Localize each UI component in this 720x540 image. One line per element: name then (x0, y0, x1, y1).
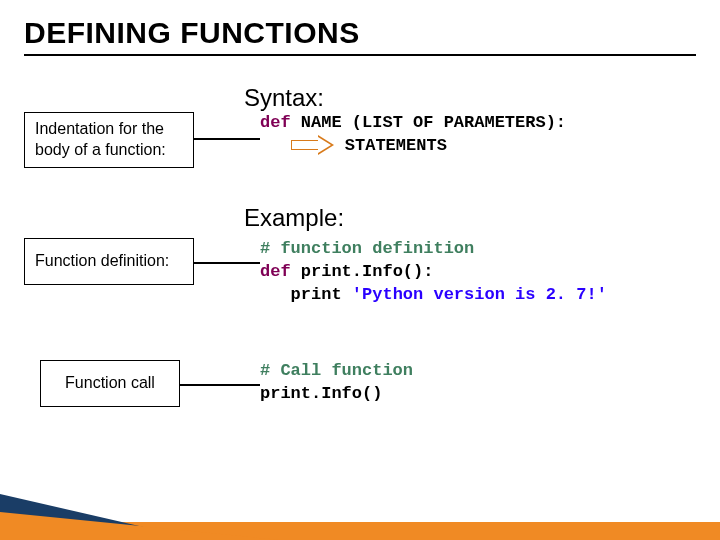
example-def-code: # function definition def print.Info(): … (260, 238, 720, 307)
connector-line (180, 384, 260, 386)
connector-line (194, 262, 260, 264)
code-comment: # function definition (260, 239, 474, 258)
callout-indentation: Indentation for the body of a function: (24, 112, 194, 168)
code-text: STATEMENTS (345, 136, 447, 155)
example-call-code: # Call function print.Info() (260, 360, 720, 406)
callout-call: Function call (40, 360, 180, 407)
code-text: NAME (LIST OF PARAMETERS): (291, 113, 566, 132)
indentation-arrow-icon (291, 137, 335, 153)
title-underline (24, 54, 696, 56)
example-heading: Example: (244, 204, 720, 232)
code-text: print.Info(): (291, 262, 434, 281)
footer-triangle-orange (0, 512, 280, 540)
code-comment: # Call function (260, 361, 413, 380)
code-string: 'Python version is 2. 7!' (352, 285, 607, 304)
keyword-def: def (260, 113, 291, 132)
syntax-heading: Syntax: (244, 84, 720, 112)
callout-definition: Function definition: (24, 238, 194, 285)
syntax-block: Indentation for the body of a function: … (0, 112, 720, 182)
connector-line (194, 138, 260, 140)
keyword-def: def (260, 262, 291, 281)
example-def-block: Function definition: # function definiti… (0, 238, 720, 338)
slide-title: DEFINING FUNCTIONS (0, 0, 720, 50)
code-text: print.Info() (260, 384, 382, 403)
syntax-code: def NAME (LIST OF PARAMETERS): STATEMENT… (260, 112, 720, 158)
example-call-block: Function call # Call function print.Info… (0, 360, 720, 440)
code-text: print (260, 285, 352, 304)
